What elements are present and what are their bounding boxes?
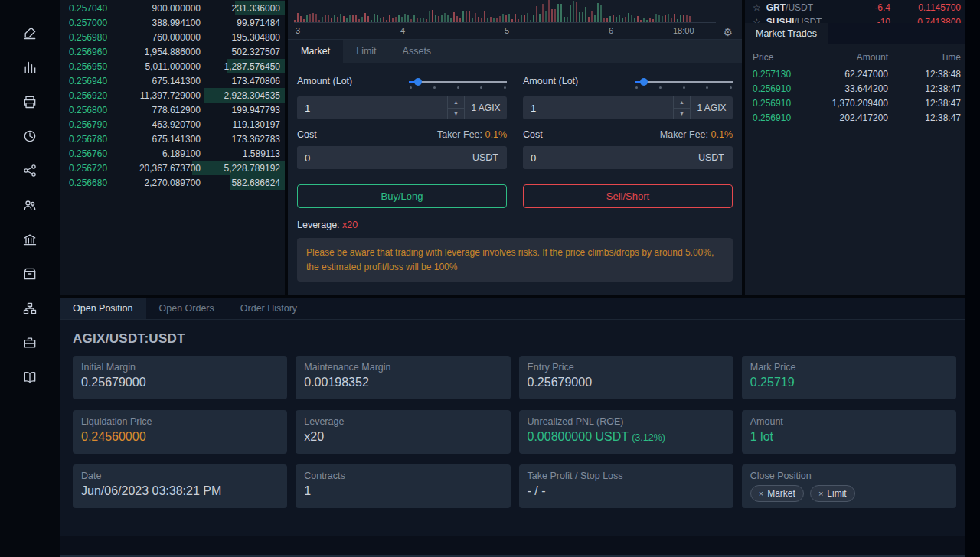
market-trade-row[interactable]: 0.25713062.24700012:38:48 [753,67,961,81]
team-icon[interactable] [12,187,47,222]
network-icon[interactable] [12,153,47,187]
positions-panel: Open Position Open Orders Order History … [60,298,965,536]
printer-icon[interactable] [12,84,47,119]
card-close-position: Close Position ×Market ×Limit [742,464,956,508]
chart-time-axis: 3 4 5 6 18:00 ⚙ [288,24,742,39]
trading-app: 0.257040900.000000231.3360000.257000388.… [0,0,980,557]
tab-open-position[interactable]: Open Position [60,298,146,319]
bank-icon[interactable] [12,222,47,256]
buy-long-button[interactable]: Buy/Long [297,184,507,208]
favorite-star-icon[interactable]: ☆ [753,2,761,13]
market-trades-panel: ☆GRT/USDT-6.40.1145700☆SUSHI/USDT-100.74… [745,0,969,295]
close-limit-button[interactable]: ×Limit [810,485,855,502]
stepper-up-icon[interactable]: ▲ [448,96,464,108]
market-trade-row[interactable]: 0.25691033.64420012:38:47 [753,81,961,96]
maker-fee: Maker Fee: 0.1% [660,129,733,140]
history-icon[interactable] [12,119,47,153]
axis-label: 18:00 [673,26,694,35]
positions-tabs: Open Position Open Orders Order History [60,298,965,320]
short-amount-input[interactable] [523,96,673,119]
long-cost-input[interactable] [297,146,464,169]
short-cost-input[interactable] [523,146,690,169]
orderbook-row[interactable]: 0.25672020,367.6737005,228.789192 [60,161,285,175]
orderbook-row[interactable]: 0.256940675.141300173.470806 [60,73,285,88]
hierarchy-icon[interactable] [12,291,47,325]
close-icon: × [759,489,763,498]
tab-assets[interactable]: Assets [390,40,445,63]
taker-fee: Taker Fee: 0.1% [437,129,507,140]
market-trade-row[interactable]: 0.2569101,370.20940012:38:47 [753,96,961,110]
orderbook-row[interactable]: 0.256980760.000000195.304800 [60,30,285,44]
orderbook-row[interactable]: 0.256780675.141300173.362783 [60,132,285,146]
watchlist-row[interactable]: ☆GRT/USDT-6.40.1145700 [753,0,961,15]
card-maintenance-margin: Maintenance Margin 0.00198352 [296,356,510,399]
top-row: 0.257040900.000000231.3360000.257000388.… [60,0,965,295]
tab-limit[interactable]: Limit [343,40,389,63]
orderbook-row[interactable]: 0.257000388.99410099.971484 [60,15,285,30]
long-cost-inputbox: USDT [297,146,507,169]
card-contracts: Contracts 1 [296,464,510,508]
axis-label: 5 [505,26,509,35]
long-amount-stepper: ▲ ▼ [447,96,464,119]
long-amount-inputbox: ▲ ▼ 1 AGIX [297,96,507,119]
order-entry-panel: 3 4 5 6 18:00 ⚙ Market Limit Assets [288,0,742,295]
cost-label: Cost [523,129,543,140]
axis-label: 4 [400,26,405,35]
orderbook-row[interactable]: 0.2569505,011.0000001,287.576450 [60,59,285,73]
order-entry-body: Amount (Lot) ▲ ▼ [288,63,742,295]
watchlist-row[interactable]: ☆SUSHI/USDT-100.7413800 [753,15,961,23]
orderbook-row[interactable]: 0.257040900.000000231.336000 [60,1,285,15]
market-trades-rows: 0.25713062.24700012:38:480.25691033.6442… [753,67,961,125]
long-amount-slider[interactable] [409,74,507,89]
axis-label: 6 [609,26,613,35]
archive-icon[interactable] [12,256,47,291]
stepper-down-icon[interactable]: ▼ [674,108,690,120]
orderbook-row[interactable]: 0.256790463.920700119.130197 [60,117,285,132]
short-cost-unit: USDT [690,146,733,169]
close-market-button[interactable]: ×Market [750,485,804,502]
watchlist-rows: ☆GRT/USDT-6.40.1145700☆SUSHI/USDT-100.74… [745,0,969,23]
favorite-star-icon[interactable]: ☆ [753,17,761,24]
orderbook-row[interactable]: 0.25692011,397.7290002,928.304535 [60,88,285,103]
close-icon: × [818,489,823,498]
tab-market-trades[interactable]: Market Trades [745,23,828,44]
slider-handle[interactable] [414,78,422,86]
card-mark-price: Mark Price 0.25719 [742,356,956,399]
short-cost-inputbox: USDT [523,146,733,169]
leverage-line: Leverage: x20 [297,220,733,230]
right-edge-strip [965,0,980,557]
card-liquidation-price: Liquidation Price 0.24560000 [73,410,287,454]
book-icon[interactable] [12,360,47,394]
volume-chart: 3 4 5 6 18:00 ⚙ [288,0,742,40]
card-date: Date Jun/06/2023 03:38:21 PM [73,464,287,508]
stepper-up-icon[interactable]: ▲ [674,96,690,108]
short-column: Amount (Lot) ▲ ▼ [523,72,733,208]
long-amount-input[interactable] [297,96,447,119]
market-trade-row[interactable]: 0.256910202.41720012:38:47 [753,110,961,125]
signature-icon[interactable] [12,15,47,50]
tab-market[interactable]: Market [288,40,343,63]
tab-open-orders[interactable]: Open Orders [146,298,227,319]
orderbook-row[interactable]: 0.2569601,954.886000502.327507 [60,44,285,59]
axis-label: 3 [296,26,300,35]
short-amount-unit: 1 AGIX [690,96,733,119]
orderbook-panel: 0.257040900.000000231.3360000.257000388.… [60,0,285,295]
leverage-value: x20 [342,220,358,230]
position-cards: Initial Margin 0.25679000 Maintenance Ma… [60,356,965,508]
chart-settings-gear-icon[interactable]: ⚙ [723,26,733,38]
card-unrealized-pnl: Unrealized PNL (ROE) 0.00800000 USDT (3.… [519,410,733,454]
stepper-down-icon[interactable]: ▼ [448,108,464,120]
card-initial-margin: Initial Margin 0.25679000 [73,356,287,399]
orderbook-row[interactable]: 0.2567606.1891001.589113 [60,146,285,161]
slider-handle[interactable] [640,78,648,86]
card-amount: Amount 1 lot [742,410,956,454]
sell-short-button[interactable]: Sell/Short [523,184,733,208]
bar-chart-icon[interactable] [12,50,47,84]
briefcase-icon[interactable] [12,325,47,360]
short-amount-slider[interactable] [635,74,733,89]
card-entry-price: Entry Price 0.25679000 [519,356,733,399]
tab-order-history[interactable]: Order History [227,298,310,319]
orderbook-row[interactable]: 0.256800778.612900199.947793 [60,103,285,117]
orderbook-row[interactable]: 0.2566802,270.089700582.686624 [60,175,285,190]
market-trades-table: Price Amount Time 0.25713062.24700012:38… [745,44,969,125]
